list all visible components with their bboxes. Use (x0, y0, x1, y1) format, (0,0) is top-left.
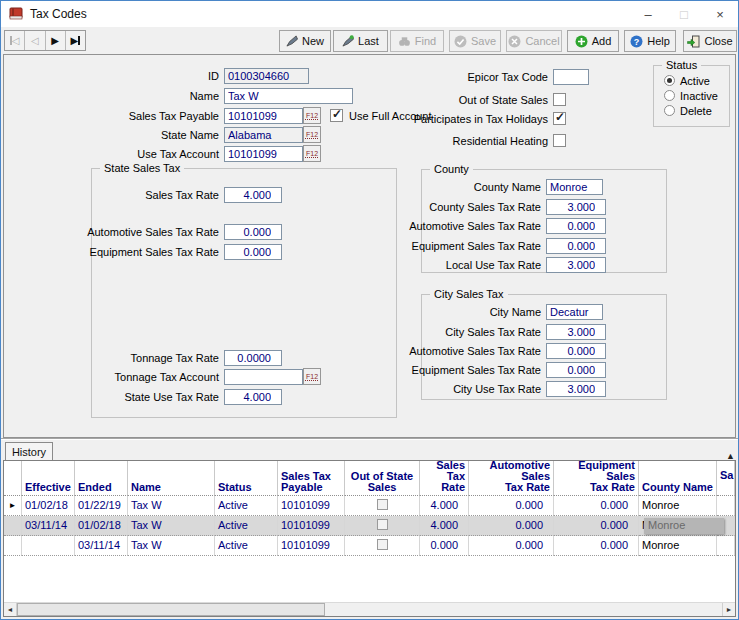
horizontal-scrollbar: ◄ ► (4, 602, 735, 616)
prev-record-icon: ◁ (31, 35, 39, 46)
cancel-x-icon (508, 35, 521, 48)
sales-tax-payable-label: Sales Tax Payable (41, 110, 224, 122)
tab-history[interactable]: History (5, 442, 53, 461)
state-name-lookup-button[interactable]: F12 (303, 126, 321, 143)
state-sales-tax-rate-input[interactable] (224, 187, 282, 203)
find-button: Find (390, 30, 444, 52)
city-use-tax-rate-input[interactable] (546, 381, 606, 397)
close-door-icon (687, 35, 700, 48)
svg-text:?: ? (634, 36, 640, 46)
new-button[interactable]: New (279, 30, 331, 52)
out-of-state-sales-row: Out of State Sales (331, 93, 566, 106)
tonnage-tax-account-lookup-button[interactable]: F12 (303, 368, 321, 385)
row2-out-of-state-checkbox[interactable] (377, 519, 388, 530)
add-plus-icon (575, 35, 588, 48)
tonnage-tax-account-input[interactable] (224, 369, 303, 385)
city-sales-tax-rate-input[interactable] (546, 324, 606, 340)
name-label: Name (41, 90, 224, 102)
history-grid-header: Effective Ended Name Status Sales Tax Pa… (4, 461, 735, 496)
minimize-button[interactable]: – (630, 1, 666, 27)
status-groupbox: Status Active Inactive Delete (653, 65, 730, 127)
city-name-input[interactable] (546, 304, 603, 320)
status-active-option[interactable]: Active (664, 74, 710, 87)
history-row-2[interactable]: 03/11/14 01/02/18 Tax W Active 10101099 … (4, 516, 735, 536)
epicor-tax-code-label: Epicor Tax Code (331, 71, 553, 83)
record-nav-group: ◁ ◁ ▶ ▶ (4, 30, 86, 51)
col-header-partial[interactable]: Sa (717, 461, 735, 496)
col-header-county[interactable]: County Name (639, 461, 717, 496)
last-icon (342, 35, 354, 47)
scroll-right-arrow[interactable]: ► (722, 603, 735, 616)
status-delete-radio[interactable] (664, 105, 675, 116)
county-sales-tax-rate-input[interactable] (546, 199, 606, 215)
residential-heating-checkbox[interactable] (553, 134, 566, 147)
status-active-radio[interactable] (664, 75, 675, 86)
next-record-button[interactable]: ▶ (46, 31, 66, 50)
close-button[interactable]: Close (683, 30, 737, 52)
status-inactive-option[interactable]: Inactive (664, 89, 718, 102)
county-name-input[interactable] (546, 179, 603, 195)
next-record-icon: ▶ (51, 35, 59, 46)
county-rate-row: County Sales Tax Rate (331, 198, 606, 215)
city-equipment-rate-input[interactable] (546, 362, 606, 378)
col-header-automotive[interactable]: Automotive Sales Tax Rate (469, 461, 554, 496)
county-title: County (430, 163, 473, 175)
county-equipment-row: Equipment Sales Tax Rate (331, 237, 606, 254)
id-field-row: ID (41, 67, 309, 84)
last-button[interactable]: Last (333, 30, 388, 52)
sales-tax-payable-lookup-button[interactable]: F12 (303, 107, 321, 124)
id-input (224, 68, 309, 84)
scroll-left-arrow[interactable]: ◄ (4, 603, 17, 616)
title-bar: Tax Codes – □ × (1, 1, 738, 27)
status-inactive-radio[interactable] (664, 90, 675, 101)
residential-heating-row: Residential Heating (331, 134, 566, 147)
history-row-1[interactable]: ► 01/02/18 01/22/19 Tax W Active 1010109… (4, 496, 735, 516)
col-header-rate[interactable]: Sales Tax Rate (420, 461, 469, 496)
city-sales-tax-title: City Sales Tax (430, 288, 508, 300)
tonnage-tax-rate-row: Tonnage Tax Rate (41, 349, 282, 366)
state-name-row: State Name F12 (41, 126, 321, 143)
row1-out-of-state-checkbox[interactable] (377, 499, 388, 510)
state-automotive-rate-input[interactable] (224, 224, 282, 240)
close-window-button[interactable]: × (702, 1, 738, 27)
county-equipment-rate-input[interactable] (546, 238, 606, 254)
status-delete-option[interactable]: Delete (664, 104, 712, 117)
scrollbar-thumb[interactable] (17, 603, 325, 616)
col-header-ended[interactable]: Ended (75, 461, 128, 496)
epicor-tax-code-input[interactable] (553, 69, 589, 85)
last-record-button[interactable]: ▶ (66, 31, 85, 50)
scrollbar-track[interactable] (325, 603, 722, 616)
city-automotive-rate-input[interactable] (546, 343, 606, 359)
row3-out-of-state-checkbox[interactable] (377, 539, 388, 550)
use-tax-account-row: Use Tax Account F12 (41, 145, 321, 162)
app-book-icon (8, 6, 24, 22)
county-automotive-rate-input[interactable] (546, 218, 606, 234)
col-header-out-of-state[interactable]: Out of State Sales (345, 461, 420, 496)
tonnage-tax-rate-input[interactable] (224, 350, 282, 366)
col-header-status[interactable]: Status (215, 461, 278, 496)
use-tax-account-lookup-button[interactable]: F12 (303, 145, 321, 162)
sales-tax-payable-input[interactable] (224, 108, 303, 124)
local-use-tax-rate-input[interactable] (546, 257, 606, 273)
col-header-effective[interactable]: Effective (22, 461, 75, 496)
current-row-indicator: ► (4, 496, 22, 516)
section-divider (1, 438, 738, 440)
local-use-tax-rate-row: Local Use Tax Rate (331, 256, 606, 273)
status-groupbox-title: Status (662, 59, 701, 71)
use-tax-account-input[interactable] (224, 146, 303, 162)
city-name-row: City Name (331, 303, 603, 320)
add-button[interactable]: Add (567, 30, 619, 52)
state-use-tax-rate-row: State Use Tax Rate (41, 388, 282, 405)
history-row-3[interactable]: 03/11/14 Tax W Active 10101099 0.000 0.0… (4, 536, 735, 556)
help-button[interactable]: ? Help (624, 30, 676, 52)
epicor-tax-code-row: Epicor Tax Code (331, 68, 589, 85)
tax-holidays-checkbox[interactable] (553, 112, 566, 125)
col-header-payable[interactable]: Sales Tax Payable (278, 461, 345, 496)
out-of-state-sales-checkbox[interactable] (553, 93, 566, 106)
col-header-name[interactable]: Name (128, 461, 215, 496)
state-name-label: State Name (41, 129, 224, 141)
prev-record-button: ◁ (25, 31, 45, 50)
state-equipment-rate-input[interactable] (224, 244, 282, 260)
col-header-equipment[interactable]: Equipment Sales Tax Rate (554, 461, 639, 496)
state-use-tax-rate-input[interactable] (224, 389, 282, 405)
